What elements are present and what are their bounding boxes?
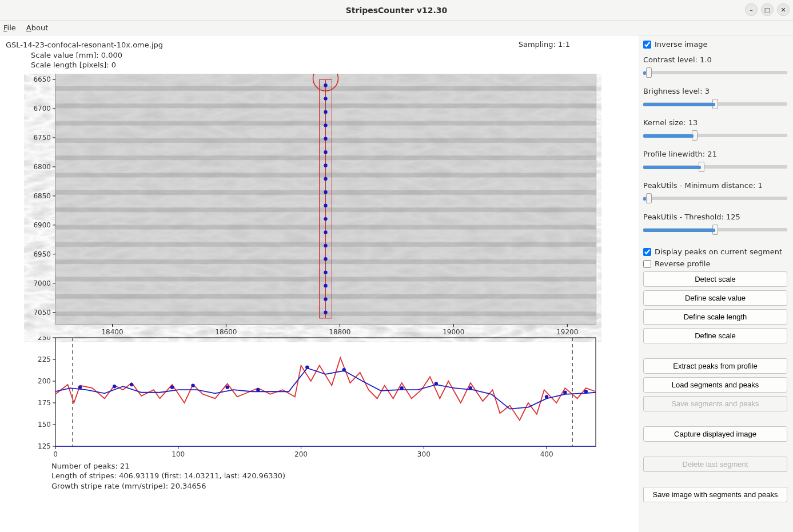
save-image-button[interactable]: Save image with segments and peaks: [643, 487, 787, 502]
svg-point-65: [324, 270, 327, 274]
menu-file[interactable]: File: [3, 23, 16, 32]
svg-point-100: [225, 385, 229, 389]
svg-text:19000: 19000: [443, 328, 464, 336]
define-scale-value-button[interactable]: Define scale value: [643, 290, 787, 306]
svg-point-53: [324, 110, 327, 113]
side-panel: Inverse image Contrast level: 1.0 Brighn…: [639, 35, 793, 532]
save-segments-button: Save segments and peaks: [643, 396, 787, 411]
svg-point-57: [324, 163, 327, 167]
svg-point-60: [324, 203, 327, 207]
svg-text:6700: 6700: [33, 105, 51, 113]
svg-point-54: [324, 123, 327, 127]
inverse-image-input[interactable]: [643, 41, 651, 49]
capture-image-button[interactable]: Capture displayed image: [643, 426, 787, 442]
svg-text:6850: 6850: [33, 192, 51, 200]
svg-point-59: [324, 190, 327, 194]
sampling-label: Sampling: 1:1: [519, 40, 570, 49]
minimize-icon: –: [750, 6, 753, 14]
threshold-slider[interactable]: [643, 228, 787, 231]
content-area: GSL-14-23-confocal-resonant-10x.ome.jpg …: [0, 35, 793, 532]
svg-point-67: [324, 297, 327, 301]
svg-point-105: [435, 382, 438, 385]
svg-point-106: [469, 386, 472, 390]
display-peaks-label: Display peaks on current segment: [655, 247, 782, 256]
svg-text:6750: 6750: [33, 134, 51, 142]
svg-point-99: [191, 383, 194, 387]
peaks-count-label: Number of peaks: 21: [51, 461, 633, 471]
delete-last-segment-button: Delete last segment: [643, 457, 787, 472]
linewidth-slider[interactable]: [643, 165, 787, 169]
inverse-image-checkbox[interactable]: Inverse image: [643, 40, 787, 49]
svg-text:400: 400: [540, 450, 553, 458]
display-peaks-input[interactable]: [643, 248, 651, 256]
close-button[interactable]: ✕: [777, 3, 790, 16]
load-segments-button[interactable]: Load segments and peaks: [643, 377, 787, 393]
svg-text:7050: 7050: [33, 308, 51, 316]
reverse-profile-checkbox[interactable]: Reverse profile: [643, 259, 787, 268]
define-scale-length-button[interactable]: Define scale length: [643, 309, 787, 325]
svg-point-61: [324, 217, 327, 221]
linewidth-label: Profile linewidth: 21: [643, 150, 787, 158]
chart-area: 6650670067506800685069006950700070501840…: [6, 70, 633, 527]
reverse-profile-label: Reverse profile: [655, 259, 710, 268]
svg-point-55: [324, 137, 327, 140]
brightness-slider[interactable]: [643, 102, 787, 106]
svg-point-52: [324, 97, 327, 100]
menu-about[interactable]: About: [26, 23, 48, 32]
svg-text:18400: 18400: [101, 328, 123, 336]
reverse-profile-input[interactable]: [643, 260, 651, 268]
svg-point-66: [324, 283, 327, 287]
kernel-slider[interactable]: [643, 134, 787, 137]
svg-text:100: 100: [172, 450, 185, 458]
mindist-slider-wrap: [643, 193, 787, 206]
svg-point-98: [170, 385, 174, 389]
svg-point-107: [545, 395, 548, 398]
svg-point-51: [324, 83, 327, 87]
window-title: StripesCounter v12.30: [346, 6, 448, 15]
svg-text:18800: 18800: [329, 328, 350, 336]
svg-point-108: [563, 390, 567, 394]
scale-length-label: Scale length [pixels]: 0: [6, 60, 633, 70]
threshold-label: PeakUtils - Threshold: 125: [643, 213, 787, 221]
menubar: File About: [0, 21, 793, 35]
svg-point-95: [78, 385, 82, 389]
svg-text:19200: 19200: [556, 328, 578, 336]
kernel-slider-wrap: [643, 130, 787, 143]
svg-point-64: [324, 257, 327, 261]
svg-point-102: [305, 365, 309, 369]
minimize-button[interactable]: –: [745, 3, 758, 16]
define-scale-button[interactable]: Define scale: [643, 328, 787, 343]
contrast-slider[interactable]: [643, 71, 787, 74]
image-plot[interactable]: 6650670067506800685069006950700070501840…: [24, 74, 633, 314]
kernel-label: Kernel size: 13: [643, 118, 787, 127]
window-titlebar: StripesCounter v12.30 – □ ✕: [0, 0, 793, 21]
svg-text:200: 200: [294, 450, 308, 458]
svg-point-103: [342, 368, 346, 371]
mindist-label: PeakUtils - Minimum distance: 1: [643, 181, 787, 190]
window-controls: – □ ✕: [745, 3, 790, 16]
display-peaks-checkbox[interactable]: Display peaks on current segment: [643, 247, 787, 256]
svg-point-96: [113, 385, 116, 388]
svg-text:300: 300: [417, 450, 431, 458]
extract-peaks-button[interactable]: Extract peaks from profile: [643, 358, 787, 374]
profile-plot[interactable]: 1251501752002252500100200300400: [24, 337, 633, 451]
svg-text:7000: 7000: [33, 279, 51, 287]
svg-text:225: 225: [38, 355, 51, 363]
svg-text:6650: 6650: [33, 75, 51, 83]
rate-label: Growth stripe rate (mm/stripe): 20.34656: [51, 481, 633, 491]
detect-scale-button[interactable]: Detect scale: [643, 271, 787, 287]
maximize-icon: □: [764, 6, 770, 14]
svg-text:6800: 6800: [33, 163, 51, 171]
threshold-slider-wrap: [643, 225, 787, 237]
svg-text:200: 200: [38, 377, 51, 385]
svg-point-62: [324, 230, 327, 234]
length-label: Length of stripes: 406.93119 (first: 14.…: [51, 471, 633, 481]
maximize-button[interactable]: □: [761, 3, 774, 16]
svg-point-97: [130, 383, 133, 386]
brightness-label: Brighness level: 3: [643, 87, 787, 95]
mindist-slider[interactable]: [643, 197, 787, 200]
svg-text:125: 125: [38, 442, 51, 450]
svg-point-68: [324, 310, 327, 314]
svg-point-63: [324, 243, 327, 247]
svg-text:0: 0: [53, 450, 58, 458]
